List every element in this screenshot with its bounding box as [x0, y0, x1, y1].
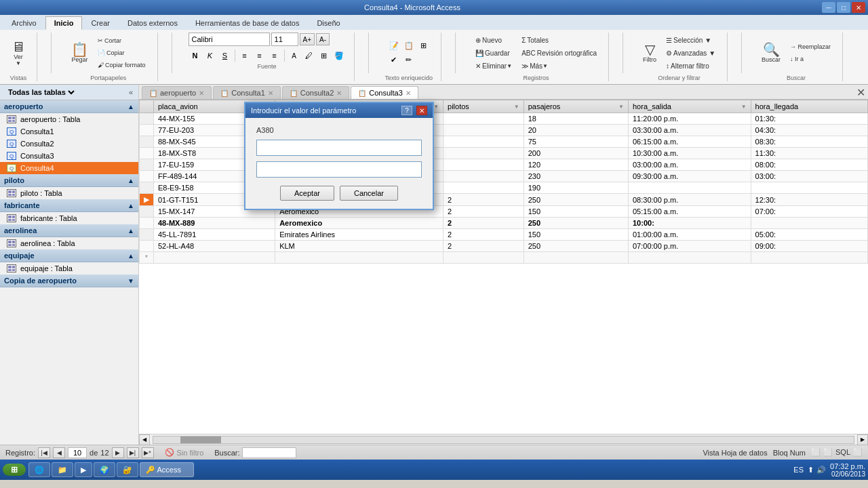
dialog-input[interactable] — [256, 161, 422, 178]
dialog-title-text: Introducir el valor del parámetro — [251, 106, 356, 115]
dialog-title-bar: Introducir el valor del parámetro ? ✕ — [245, 103, 433, 118]
dialog-buttons: Aceptar Cancelar — [256, 186, 422, 201]
dialog-static-field — [256, 140, 422, 156]
dialog-help-button[interactable]: ? — [401, 106, 412, 115]
dialog-cancel-button[interactable]: Cancelar — [340, 186, 398, 201]
parameter-dialog: Introducir el valor del parámetro ? ✕ A3… — [244, 102, 434, 210]
dialog-ok-button[interactable]: Aceptar — [280, 186, 334, 201]
dialog-body: A380 Aceptar Cancelar — [245, 118, 433, 209]
dialog-overlay: Introducir el valor del parámetro ? ✕ A3… — [0, 0, 868, 488]
dialog-label: A380 — [256, 126, 422, 134]
dialog-close-button[interactable]: ✕ — [416, 106, 427, 115]
